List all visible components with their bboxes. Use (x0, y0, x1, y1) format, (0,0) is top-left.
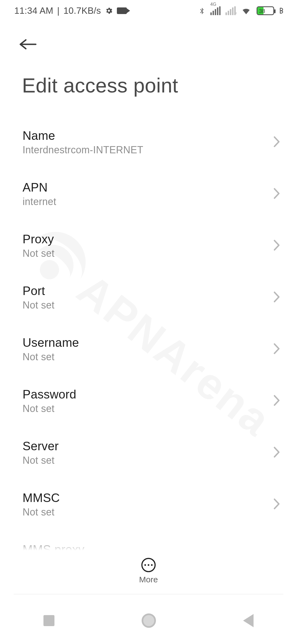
setting-value: Interdnestrcom-INTERNET (23, 144, 273, 156)
page-title: Edit access point (0, 57, 297, 116)
more-label: More (139, 575, 158, 584)
more-icon (141, 558, 156, 572)
nav-back-button[interactable] (243, 614, 254, 627)
chevron-right-icon (273, 498, 280, 511)
setting-label: APN (23, 181, 273, 194)
setting-value: Not set (23, 506, 273, 518)
setting-label: Name (23, 129, 273, 143)
setting-label: MMS proxy (23, 543, 273, 550)
setting-label: Server (23, 439, 273, 453)
status-net-speed: 10.7KB/s (64, 6, 101, 16)
chevron-right-icon (273, 136, 280, 149)
chevron-right-icon (273, 188, 280, 200)
chevron-right-icon (273, 291, 280, 304)
setting-value: Not set (23, 403, 273, 414)
signal-sim1-icon: 4G (210, 6, 221, 15)
setting-label: Password (23, 388, 273, 401)
nav-recent-button[interactable] (43, 615, 54, 626)
status-bar: 11:34 AM | 10.7KB/s 4G (0, 0, 297, 21)
setting-mmsc[interactable]: MMSC Not set (0, 479, 297, 530)
status-separator: | (57, 6, 60, 16)
setting-username[interactable]: Username Not set (0, 323, 297, 375)
setting-value: internet (23, 196, 273, 208)
setting-label: Username (23, 336, 273, 350)
setting-server[interactable]: Server Not set (0, 427, 297, 479)
setting-name[interactable]: Name Interdnestrcom-INTERNET (0, 116, 297, 168)
more-button[interactable]: More (0, 550, 297, 592)
content-scroll[interactable]: Edit access point Name Interdnestrcom-IN… (0, 57, 297, 550)
setting-mms-proxy[interactable]: MMS proxy Not set (0, 530, 297, 550)
setting-proxy[interactable]: Proxy Not set (0, 220, 297, 272)
setting-apn[interactable]: APN internet (0, 168, 297, 220)
setting-label: MMSC (23, 491, 273, 505)
settings-list: Name Interdnestrcom-INTERNET APN interne… (0, 116, 297, 550)
setting-value: Not set (23, 248, 273, 259)
setting-password[interactable]: Password Not set (0, 375, 297, 427)
setting-value: Not set (23, 299, 273, 311)
bluetooth-icon (198, 5, 205, 16)
chevron-right-icon (273, 343, 280, 356)
divider (14, 594, 283, 594)
charging-icon: 𐌁 (279, 6, 284, 15)
signal-sim2-icon: × (226, 6, 236, 15)
setting-value: Not set (23, 455, 273, 466)
setting-value: Not set (23, 351, 273, 363)
chevron-right-icon (273, 395, 280, 407)
setting-label: Proxy (23, 232, 273, 246)
system-nav-bar (0, 597, 297, 644)
nav-home-button[interactable] (142, 613, 156, 628)
battery-icon: 38 (257, 6, 274, 15)
wifi-icon (241, 6, 252, 15)
gear-icon (105, 7, 113, 15)
back-button[interactable] (19, 37, 37, 52)
setting-port[interactable]: Port Not set (0, 272, 297, 323)
chevron-right-icon (273, 239, 280, 252)
camera-icon (117, 7, 127, 14)
status-time: 11:34 AM (14, 6, 53, 16)
chevron-right-icon (273, 446, 280, 459)
setting-label: Port (23, 284, 273, 298)
